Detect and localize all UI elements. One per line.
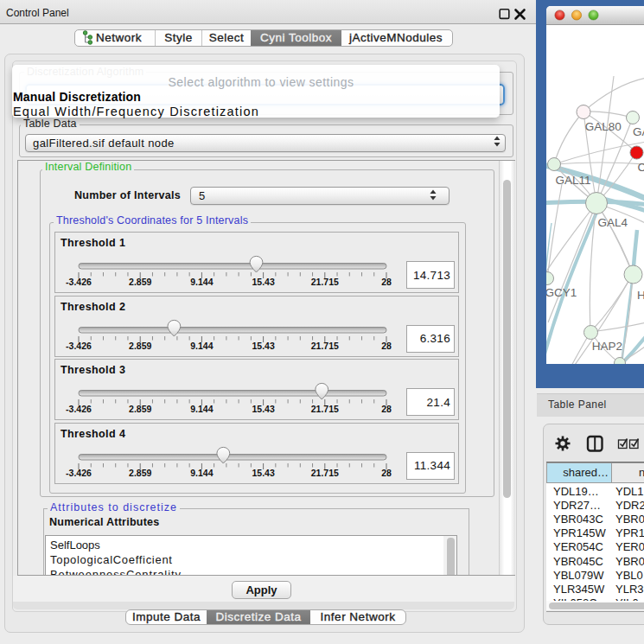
svg-text:9.144: 9.144 (190, 404, 213, 414)
svg-text:9.144: 9.144 (190, 277, 213, 287)
svg-text:28: 28 (381, 277, 392, 287)
svg-text:H: H (637, 289, 644, 302)
svg-text:Threshold 1: Threshold 1 (61, 237, 125, 249)
svg-text:Threshold 2: Threshold 2 (61, 301, 125, 313)
svg-text:2.859: 2.859 (129, 404, 151, 414)
svg-text:28: 28 (381, 468, 392, 478)
svg-text:C: C (638, 161, 644, 174)
svg-text:2.859: 2.859 (129, 468, 151, 478)
svg-text:Threshold 3: Threshold 3 (61, 364, 125, 376)
svg-text:GAL11: GAL11 (556, 174, 591, 187)
svg-text:15.43: 15.43 (252, 404, 274, 414)
svg-text:21.715: 21.715 (311, 277, 339, 287)
svg-text:2.859: 2.859 (129, 277, 151, 287)
svg-text:HAP2: HAP2 (592, 340, 622, 353)
svg-text:21.715: 21.715 (311, 404, 339, 414)
svg-text:15.43: 15.43 (252, 277, 274, 287)
svg-text:-3.426: -3.426 (66, 341, 92, 351)
svg-text:Threshold 4: Threshold 4 (61, 428, 125, 440)
svg-text:28: 28 (381, 404, 392, 414)
svg-text:2.859: 2.859 (129, 341, 151, 351)
svg-text:21.715: 21.715 (311, 468, 339, 478)
svg-text:15.43: 15.43 (252, 468, 274, 478)
svg-text:21.715: 21.715 (311, 341, 339, 351)
svg-text:9.144: 9.144 (190, 341, 213, 351)
svg-text:GAL80: GAL80 (585, 120, 622, 133)
svg-text:-3.426: -3.426 (66, 468, 92, 478)
svg-text:-3.426: -3.426 (66, 277, 92, 287)
svg-text:28: 28 (381, 341, 392, 351)
svg-text:-3.426: -3.426 (66, 404, 92, 414)
svg-text:GAL4: GAL4 (597, 216, 628, 229)
svg-text:15.43: 15.43 (252, 341, 274, 351)
svg-text:GCY1: GCY1 (546, 286, 577, 299)
svg-text:9.144: 9.144 (190, 468, 213, 478)
svg-text:GA: GA (633, 125, 644, 138)
